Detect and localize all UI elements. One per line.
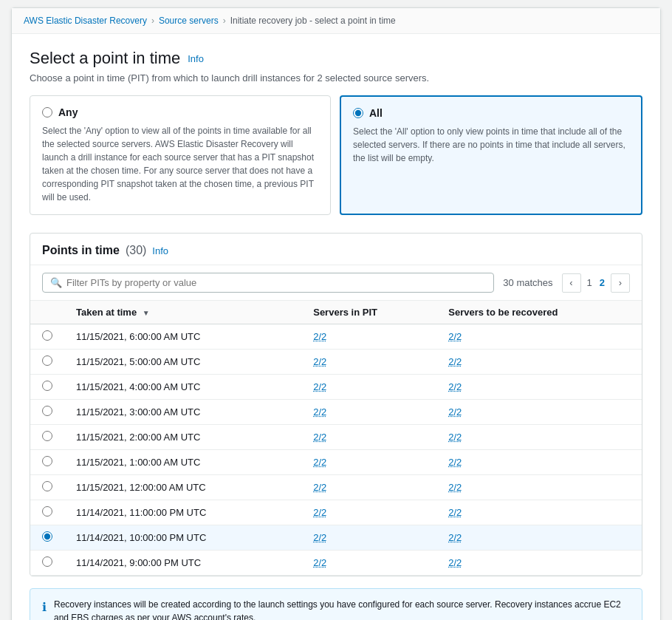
table-header-row: Taken at time ▼ Servers in PIT Servers t… <box>30 301 642 324</box>
row-servers-in-pit[interactable]: 2/2 <box>301 525 436 551</box>
row-taken-at: 11/15/2021, 3:00:00 AM UTC <box>64 400 301 425</box>
info-banner-icon: ℹ <box>42 599 47 616</box>
row-radio-2[interactable] <box>42 355 52 366</box>
row-servers-to-recover[interactable]: 2/2 <box>436 350 642 375</box>
row-servers-to-recover[interactable]: 2/2 <box>436 525 642 551</box>
row-servers-to-recover[interactable]: 2/2 <box>436 500 642 525</box>
breadcrumb: AWS Elastic Disaster Recovery › Source s… <box>12 8 660 34</box>
row-servers-to-recover[interactable]: 2/2 <box>436 425 642 450</box>
row-taken-at: 11/14/2021, 11:00:00 PM UTC <box>64 500 301 525</box>
row-servers-to-recover[interactable]: 2/2 <box>436 400 642 425</box>
info-banner-text: Recovery instances will be created accor… <box>54 598 630 620</box>
breadcrumb-link-source-servers[interactable]: Source servers <box>159 16 219 26</box>
info-banner: ℹ Recovery instances will be created acc… <box>30 588 642 620</box>
points-section: Points in time (30) Info 🔍 30 matches ‹ … <box>30 233 642 576</box>
row-servers-to-recover[interactable]: 2/2 <box>436 324 642 350</box>
row-taken-at: 11/14/2021, 10:00:00 PM UTC <box>64 525 301 551</box>
row-servers-to-recover[interactable]: 2/2 <box>436 475 642 500</box>
row-servers-in-pit[interactable]: 2/2 <box>301 350 436 375</box>
row-radio-cell <box>30 475 64 500</box>
table-row[interactable]: 11/14/2021, 10:00:00 PM UTC2/22/2 <box>30 525 642 551</box>
option-cards: Any Select the 'Any' option to view all … <box>30 95 642 215</box>
search-input[interactable] <box>66 277 486 288</box>
row-radio-cell <box>30 324 64 350</box>
col-servers-in-pit: Servers in PIT <box>301 301 436 324</box>
option-any-radio[interactable] <box>42 107 52 117</box>
row-taken-at: 11/15/2021, 6:00:00 AM UTC <box>64 324 301 350</box>
breadcrumb-sep-2: › <box>223 16 226 26</box>
row-radio-6[interactable] <box>42 456 52 466</box>
row-taken-at: 11/15/2021, 2:00:00 AM UTC <box>64 425 301 450</box>
option-all-radio[interactable] <box>353 108 363 118</box>
option-all-card[interactable]: All Select the 'All' option to only view… <box>340 95 642 215</box>
row-radio-4[interactable] <box>42 406 52 416</box>
row-servers-to-recover[interactable]: 2/2 <box>436 551 642 576</box>
option-all-title: All <box>369 107 383 119</box>
table-row[interactable]: 11/15/2021, 12:00:00 AM UTC2/22/2 <box>30 475 642 500</box>
pagination-next[interactable]: › <box>611 273 630 293</box>
option-any-header: Any <box>42 106 318 118</box>
table-body: 11/15/2021, 6:00:00 AM UTC2/22/211/15/20… <box>30 324 642 576</box>
pagination-prev[interactable]: ‹ <box>562 273 581 293</box>
table-row[interactable]: 11/15/2021, 3:00:00 AM UTC2/22/2 <box>30 400 642 425</box>
row-servers-in-pit[interactable]: 2/2 <box>301 551 436 576</box>
search-icon: 🔍 <box>50 277 62 288</box>
page-subtitle: Choose a point in time (PIT) from which … <box>30 72 642 84</box>
row-servers-in-pit[interactable]: 2/2 <box>301 450 436 475</box>
row-servers-in-pit[interactable]: 2/2 <box>301 400 436 425</box>
col-servers-to-recover: Servers to be recovered <box>436 301 642 324</box>
row-radio-cell <box>30 500 64 525</box>
main-content: Select a point in time Info Choose a poi… <box>12 34 660 620</box>
page-2[interactable]: 2 <box>598 277 606 288</box>
breadcrumb-sep-1: › <box>151 16 154 26</box>
table-row[interactable]: 11/14/2021, 11:00:00 PM UTC2/22/2 <box>30 500 642 525</box>
row-servers-in-pit[interactable]: 2/2 <box>301 324 436 350</box>
row-taken-at: 11/15/2021, 12:00:00 AM UTC <box>64 475 301 500</box>
row-radio-cell <box>30 375 64 400</box>
search-row: 🔍 30 matches ‹ 1 2 › <box>30 265 642 301</box>
row-servers-in-pit[interactable]: 2/2 <box>301 375 436 400</box>
breadcrumb-link-aws[interactable]: AWS Elastic Disaster Recovery <box>24 16 147 26</box>
table-row[interactable]: 11/15/2021, 5:00:00 AM UTC2/22/2 <box>30 350 642 375</box>
option-all-header: All <box>353 107 629 119</box>
row-radio-cell <box>30 525 64 551</box>
col-radio <box>30 301 64 324</box>
row-servers-in-pit[interactable]: 2/2 <box>301 500 436 525</box>
points-count: (30) <box>126 244 146 257</box>
row-radio-9[interactable] <box>42 531 52 542</box>
row-taken-at: 11/15/2021, 4:00:00 AM UTC <box>64 375 301 400</box>
row-servers-in-pit[interactable]: 2/2 <box>301 425 436 450</box>
row-radio-cell <box>30 350 64 375</box>
col-taken-at[interactable]: Taken at time ▼ <box>64 301 301 324</box>
row-radio-cell <box>30 551 64 576</box>
row-radio-10[interactable] <box>42 556 52 567</box>
page-info-link[interactable]: Info <box>188 53 204 64</box>
points-info-link[interactable]: Info <box>152 245 168 256</box>
sort-icon: ▼ <box>143 309 150 317</box>
page-title-row: Select a point in time Info <box>30 49 642 68</box>
row-servers-to-recover[interactable]: 2/2 <box>436 375 642 400</box>
option-any-card[interactable]: Any Select the 'Any' option to view all … <box>30 95 331 215</box>
page-title: Select a point in time <box>30 49 180 68</box>
table-row[interactable]: 11/15/2021, 4:00:00 AM UTC2/22/2 <box>30 375 642 400</box>
table-row[interactable]: 11/14/2021, 9:00:00 PM UTC2/22/2 <box>30 551 642 576</box>
page-1[interactable]: 1 <box>586 277 594 288</box>
row-taken-at: 11/14/2021, 9:00:00 PM UTC <box>64 551 301 576</box>
row-radio-3[interactable] <box>42 381 52 391</box>
row-radio-7[interactable] <box>42 481 52 491</box>
row-radio-5[interactable] <box>42 431 52 441</box>
option-any-desc: Select the 'Any' option to view all of t… <box>42 124 318 204</box>
row-radio-8[interactable] <box>42 506 52 517</box>
table-row[interactable]: 11/15/2021, 2:00:00 AM UTC2/22/2 <box>30 425 642 450</box>
row-servers-in-pit[interactable]: 2/2 <box>301 475 436 500</box>
option-all-desc: Select the 'All' option to only view poi… <box>353 125 629 165</box>
row-taken-at: 11/15/2021, 5:00:00 AM UTC <box>64 350 301 375</box>
row-servers-to-recover[interactable]: 2/2 <box>436 450 642 475</box>
row-radio-1[interactable] <box>42 330 52 341</box>
table-row[interactable]: 11/15/2021, 1:00:00 AM UTC2/22/2 <box>30 450 642 475</box>
pagination: ‹ 1 2 › <box>562 273 630 293</box>
row-taken-at: 11/15/2021, 1:00:00 AM UTC <box>64 450 301 475</box>
points-title: Points in time <box>42 244 120 257</box>
search-box[interactable]: 🔍 <box>42 273 494 293</box>
table-row[interactable]: 11/15/2021, 6:00:00 AM UTC2/22/2 <box>30 324 642 350</box>
